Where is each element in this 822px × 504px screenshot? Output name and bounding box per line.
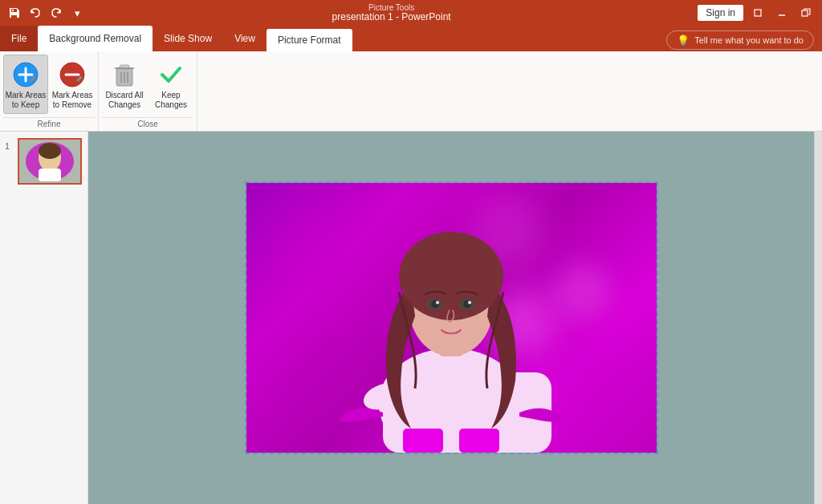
undo-button[interactable] xyxy=(27,5,43,21)
main-area: 1 xyxy=(0,132,822,504)
tab-view[interactable]: View xyxy=(223,26,267,51)
plus-circle-icon xyxy=(11,60,40,89)
check-icon xyxy=(157,60,185,89)
svg-point-19 xyxy=(39,143,61,159)
image-background xyxy=(246,183,657,453)
image-container[interactable] xyxy=(245,181,658,454)
trash-icon xyxy=(110,60,139,89)
ribbon-tabs: File Background Removal Slide Show View … xyxy=(0,26,822,51)
minus-circle-icon xyxy=(58,60,87,89)
bg-removal-overlay xyxy=(246,183,657,453)
sign-in-button[interactable]: Sign in xyxy=(698,5,743,21)
restore-window-button[interactable] xyxy=(748,5,767,21)
mark-areas-remove-button[interactable]: Mark Areas to Remove xyxy=(50,55,95,114)
mark-areas-keep-button[interactable]: Mark Areas to Keep xyxy=(3,55,48,114)
ribbon-group-close: Discard All Changes Keep Changes Close xyxy=(99,51,197,131)
close-group-label: Close xyxy=(102,117,193,132)
refine-group-label: Refine xyxy=(3,117,95,132)
slide-item-1[interactable]: 1 xyxy=(5,138,83,185)
discard-all-button[interactable]: Discard All Changes xyxy=(102,55,147,114)
keep-changes-button[interactable]: Keep Changes xyxy=(149,55,193,114)
svg-rect-0 xyxy=(755,10,761,16)
redo-button[interactable] xyxy=(48,5,64,21)
tab-background-removal[interactable]: Background Removal xyxy=(38,26,153,51)
quick-access-toolbar: ▾ xyxy=(0,5,85,21)
ribbon-group-refine: Mark Areas to Keep Mark Areas to Remove xyxy=(0,51,99,131)
ribbon-content: Mark Areas to Keep Mark Areas to Remove xyxy=(0,51,822,132)
slide-thumbnail[interactable] xyxy=(18,138,82,185)
vertical-scrollbar[interactable] xyxy=(814,132,822,504)
svg-rect-20 xyxy=(39,169,61,181)
maximize-button[interactable] xyxy=(796,5,816,21)
minimize-button[interactable] xyxy=(772,5,791,21)
tab-slide-show[interactable]: Slide Show xyxy=(153,26,223,51)
slide-panel: 1 xyxy=(0,132,88,504)
canvas-area xyxy=(88,132,814,504)
title-area: Picture Tools presentation 1 - PowerPoin… xyxy=(85,3,698,22)
slide-number: 1 xyxy=(5,141,14,151)
save-button[interactable] xyxy=(6,5,22,21)
tell-me-box[interactable]: 💡 Tell me what you want to do xyxy=(666,30,814,50)
svg-rect-2 xyxy=(802,10,808,16)
title-bar: ▾ Picture Tools presentation 1 - PowerPo… xyxy=(0,0,822,26)
tab-file[interactable]: File xyxy=(0,26,38,51)
lightbulb-icon: 💡 xyxy=(677,35,690,47)
customize-button[interactable]: ▾ xyxy=(69,5,85,21)
app-title: presentation 1 - PowerPoint xyxy=(332,12,451,22)
tab-picture-format[interactable]: Picture Format xyxy=(267,29,352,51)
slide-canvas xyxy=(237,165,666,470)
